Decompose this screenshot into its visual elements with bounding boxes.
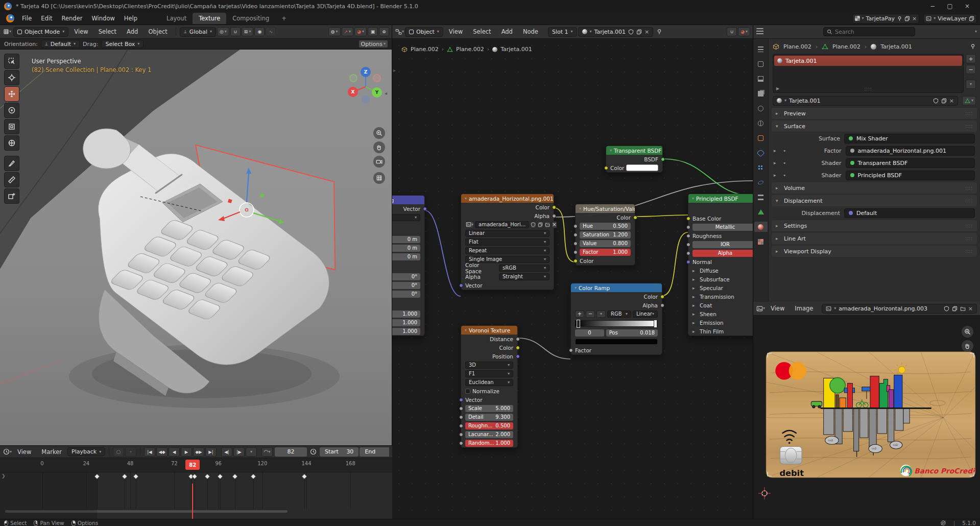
scene-selector[interactable]: ▾ TarjetaPay ×: [852, 14, 920, 23]
socket-color-out[interactable]: [552, 205, 556, 209]
unlink-material-icon[interactable]: ×: [949, 98, 954, 104]
node-principled-bsdf[interactable]: ▾Principled BSDF Base Color Metallic Rou…: [688, 194, 753, 336]
tab-modifiers[interactable]: [754, 148, 768, 158]
slot-specials-button[interactable]: ▾: [966, 80, 976, 89]
keying-set-button[interactable]: ◠▾: [261, 447, 273, 457]
viewport-menu-object[interactable]: Object: [144, 26, 172, 38]
timeline-ruler[interactable]: 02448729612014416882: [0, 458, 392, 472]
shader-overlays-toggle[interactable]: ◕▾: [738, 27, 750, 36]
pin-id-icon[interactable]: [970, 43, 976, 50]
stop-index-field[interactable]: 0: [575, 329, 604, 337]
list-resize-grip[interactable]: ::::: [865, 87, 872, 91]
snap-target-selector[interactable]: ⊞▾: [242, 27, 254, 36]
options-button[interactable]: Options▾: [358, 40, 388, 48]
socket-color-in[interactable]: [573, 259, 578, 263]
proportional-editing-toggle[interactable]: ◉: [254, 27, 265, 36]
image-menu-image[interactable]: Image: [790, 302, 818, 315]
workspace-tab-compositing[interactable]: Compositing: [226, 13, 275, 24]
tab-object[interactable]: [754, 133, 768, 143]
list-expand-icon[interactable]: ▶: [776, 86, 779, 91]
socket-roughness-in[interactable]: [686, 234, 690, 238]
unlink-image-icon[interactable]: ×: [968, 305, 973, 312]
shader2-value[interactable]: Principled BSDF: [846, 171, 975, 180]
frame-options-dropdown[interactable]: ▾: [246, 447, 257, 457]
viewport-canvas[interactable]: User Perspective (82) Scene Collection |…: [0, 50, 392, 445]
image-zoom-button[interactable]: [962, 326, 973, 338]
shading-mode-switch[interactable]: ⊕: [379, 27, 389, 36]
tool-select-box[interactable]: [4, 54, 19, 69]
navigation-gizmo[interactable]: Z X Y: [343, 59, 389, 105]
ramp-tools-dropdown[interactable]: ▾: [596, 310, 606, 318]
open-image-icon[interactable]: [544, 221, 551, 228]
stop-handle[interactable]: [654, 320, 657, 328]
tool-cursor[interactable]: [4, 70, 19, 85]
socket-distance-out[interactable]: [516, 337, 520, 341]
unlink-scene-icon[interactable]: ×: [912, 15, 917, 22]
shader-menu-add[interactable]: Add: [497, 26, 517, 38]
panel-displacement[interactable]: ▾Displacement::::: [772, 195, 977, 206]
shader-menu-view[interactable]: View: [444, 26, 467, 38]
remove-stop-button[interactable]: −: [586, 310, 595, 318]
tab-constraints[interactable]: [754, 192, 768, 202]
menu-window[interactable]: Window: [87, 12, 119, 25]
image-browse-icon[interactable]: ▾: [465, 221, 474, 228]
shader-menu-node[interactable]: Node: [518, 26, 543, 38]
tool-rotate[interactable]: [4, 103, 19, 118]
duplicate-material-icon[interactable]: [941, 98, 947, 104]
image-canvas[interactable]: co2co2co2 debit: [753, 316, 980, 519]
keyframe-diamond[interactable]: [204, 473, 210, 479]
stop-handle-active[interactable]: [577, 320, 580, 328]
add-workspace-button[interactable]: +: [275, 13, 293, 24]
keyframe-diamond[interactable]: [250, 473, 256, 479]
axis-x[interactable]: X: [348, 87, 358, 97]
shader1-value[interactable]: Transparent BSDF: [846, 158, 975, 168]
slot-list[interactable]: Tarjeta.001 ▶ ::::: [773, 54, 964, 93]
pin-node-tree-icon[interactable]: [656, 29, 662, 35]
open-image-icon[interactable]: [960, 306, 966, 312]
editor-type-icon[interactable]: ▾: [3, 29, 11, 35]
panel-preview[interactable]: ▸Preview::::: [772, 108, 977, 119]
stop-color-swatch[interactable]: [575, 339, 658, 345]
tab-physics[interactable]: [754, 177, 768, 187]
new-view-layer-icon[interactable]: [969, 16, 974, 21]
pivot-point-selector[interactable]: ◎▾: [217, 27, 229, 36]
link-material-to-button[interactable]: ▾: [962, 96, 976, 105]
material-id-block[interactable]: ▾ Tarjeta.001 ×: [578, 27, 654, 37]
panel-surface[interactable]: ▾Surface::::: [772, 121, 977, 132]
axis-z[interactable]: Z: [361, 67, 371, 77]
fake-user-shield-icon[interactable]: [944, 306, 949, 312]
viewport-menu-select[interactable]: Select: [94, 26, 121, 38]
pin-icon[interactable]: [897, 16, 902, 21]
blender-menu-icon[interactable]: [6, 14, 14, 22]
socket-vector-in[interactable]: [459, 398, 463, 402]
auto-key-options[interactable]: ▾: [125, 447, 136, 457]
socket-alpha-out[interactable]: [660, 303, 664, 307]
menu-edit[interactable]: Edit: [36, 12, 57, 25]
remove-slot-button[interactable]: −: [966, 65, 976, 74]
mode-selector[interactable]: Object Mode▾: [13, 27, 68, 37]
panel-viewport-display[interactable]: ▸Viewport Display::::: [772, 246, 977, 257]
timeline-tracks[interactable]: ❯: [0, 472, 392, 519]
socket-alpha-out[interactable]: [552, 214, 556, 218]
image-pan-button[interactable]: [962, 340, 973, 352]
image-editor-type-icon[interactable]: ▾: [756, 305, 765, 312]
fake-user-shield-icon[interactable]: [628, 29, 634, 35]
tab-world[interactable]: [754, 118, 768, 128]
gizmo-toggle[interactable]: ↗▾: [342, 27, 354, 36]
next-frame-button[interactable]: |▶: [233, 447, 245, 457]
properties-search[interactable]: [823, 27, 915, 36]
surface-value[interactable]: Mix Shader: [844, 134, 975, 144]
proportional-falloff-selector[interactable]: ∿: [266, 27, 276, 36]
tab-view-layer[interactable]: [754, 88, 768, 99]
tool-add-primitive[interactable]: [4, 188, 19, 204]
socket-bsdf-out[interactable]: [661, 157, 665, 161]
jump-to-start-button[interactable]: |◀: [144, 447, 155, 457]
maximize-button[interactable]: ▢: [941, 0, 959, 12]
xray-toggle[interactable]: ▣: [368, 27, 378, 36]
socket-factor-in[interactable]: [569, 348, 573, 352]
axis-y[interactable]: Y: [372, 87, 382, 98]
workspace-tab-layout[interactable]: Layout: [160, 13, 193, 24]
timeline-editor-type-icon[interactable]: ▾: [3, 448, 12, 455]
node-hsv[interactable]: ▾Hue/Saturation/Value Color Hue0.500 Sat…: [575, 204, 635, 266]
transform-orientation-selector[interactable]: ⟂ Global▾: [180, 27, 216, 37]
